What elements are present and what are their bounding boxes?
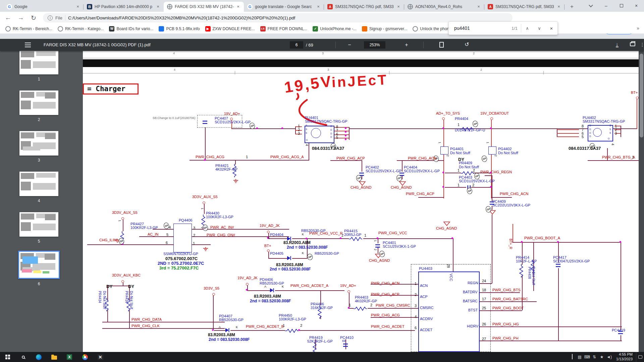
zoom-out-button[interactable]: −	[345, 41, 354, 49]
bookmark-unlockphone-me-[interactable]: ✓UnlockPhone.me -...	[313, 26, 357, 32]
bookmark-rk-termin-bereich-[interactable]: RK-Termin - Bereich...	[5, 26, 52, 32]
taskbar-clock[interactable]: 4:55 PM 1/13/2023	[616, 352, 633, 362]
thumbnail-page-6[interactable]	[18, 251, 60, 279]
tab-close-button[interactable]: ×	[235, 4, 241, 10]
thumbnail-page-5[interactable]	[19, 212, 58, 237]
tray-network-icon[interactable]: ★	[598, 355, 605, 359]
window-maximize-button[interactable]	[614, 0, 629, 11]
tab-close-button[interactable]: ×	[395, 4, 401, 10]
window-minimize-button[interactable]: –	[598, 0, 614, 11]
wire	[492, 215, 492, 283]
thumbnail-page-2[interactable]	[19, 90, 58, 115]
tab-title: Google	[14, 4, 75, 9]
bookmark-board-ids-for-vario-[interactable]: WBoard IDs for vario...	[109, 26, 153, 32]
tab-close-button[interactable]: ×	[155, 4, 161, 10]
taskbar-app-icon[interactable]: ✕	[93, 352, 108, 362]
tab-sm3317nsqac-trg-pdf-sm33[interactable]: ASM3317NSQAC-TRG pdf, SM33×	[324, 2, 404, 12]
tab-close-button[interactable]: ×	[75, 4, 81, 10]
new-tab-button[interactable]: +	[568, 3, 576, 11]
thumb-color-block	[22, 256, 38, 264]
tab-google[interactable]: GGoogle×	[3, 2, 84, 12]
bookmark-rk-termin-katego-[interactable]: RK-Termin - Katego...	[58, 26, 104, 32]
bookmark-free-for-downl-[interactable]: LSFREE FOR DOWNL...	[260, 26, 308, 32]
rotate-button[interactable]: ↺	[465, 41, 469, 48]
schematic-label: PU4403	[419, 267, 432, 271]
g-favicon: G	[247, 4, 253, 9]
bookmarks-overflow-button[interactable]: »	[637, 25, 639, 31]
find-next-button[interactable]: ∨	[533, 26, 545, 31]
tray-volume-icon[interactable]: ◄)	[605, 355, 613, 359]
junction-dot	[345, 138, 346, 140]
schematic-label: 2	[193, 234, 195, 238]
zoom-in-button[interactable]: +	[402, 41, 411, 49]
schematic-label: 19V_DCBATOUT	[480, 112, 509, 116]
pdf-more-button[interactable]: ⋮	[640, 42, 644, 47]
bookmark-zxw-dongle-free-[interactable]: ▶ZXW DONGLE FREE...	[205, 26, 255, 32]
taskbar-search-button[interactable]	[15, 352, 31, 362]
tab-aon7400a-rev4-0-rohs[interactable]: AON7400A_Rev4.0_Rohs×	[404, 2, 484, 12]
zoom-level[interactable]: 253%	[364, 41, 385, 49]
scrollbar[interactable]	[639, 51, 644, 352]
junction-dot	[246, 289, 248, 291]
tab-google-translate-google-searc[interactable]: Ggoogle translate - Google Searc×	[244, 2, 324, 12]
schematic-label: 1	[458, 169, 460, 173]
scrollbar-thumb[interactable]	[640, 54, 643, 137]
download-button[interactable]: ↓	[616, 41, 619, 47]
schematic-box	[440, 146, 448, 155]
reload-button[interactable]: ↻	[29, 14, 38, 22]
taskbar-edge-icon[interactable]	[31, 352, 46, 362]
wire	[557, 136, 579, 137]
thumbnail-page-4[interactable]	[19, 172, 58, 196]
tray-keyboard-icon[interactable]: ⌨	[583, 355, 591, 359]
window-close-button[interactable]: ×	[629, 0, 644, 11]
thumbnail-page-1[interactable]	[19, 50, 58, 74]
back-button[interactable]: ←	[3, 14, 13, 21]
tab-close-button[interactable]: ×	[315, 4, 321, 10]
tray-updown-icon[interactable]: ⇅	[591, 355, 598, 359]
schematic-label: PWR_CHG_VCC_R	[309, 232, 343, 236]
url-text[interactable]: C:/Users/User/Downloads/FAROE%20DIS%20X3…	[68, 15, 295, 20]
junction-dot	[298, 329, 300, 331]
taskbar-chrome-icon[interactable]	[77, 352, 93, 362]
start-button[interactable]	[0, 352, 15, 362]
schematic-label: 316KR2F-GP	[311, 306, 333, 310]
pdf-menu-icon[interactable]	[25, 43, 31, 47]
thumbnail-page-3[interactable]	[19, 131, 58, 156]
fit-page-button[interactable]	[439, 42, 444, 48]
hidden-icons-button[interactable]	[569, 355, 576, 359]
tab-close-button[interactable]: ×	[556, 4, 562, 10]
tab-sm3317nsqac-trg-pdf-sm33[interactable]: ASM3317NSQAC-TRG pdf, SM33×	[484, 2, 565, 12]
taskbar-explorer-icon[interactable]	[46, 352, 62, 362]
forward-button[interactable]: →	[16, 14, 25, 21]
action-center-button[interactable]	[636, 352, 644, 362]
schematic-label: CHG_AGND	[369, 259, 390, 263]
bookmark-signup-gsmserver-[interactable]: Signup - gsmserver...	[362, 26, 407, 32]
ground-symbol	[233, 178, 238, 184]
schematic-label: CHG_AGND	[391, 186, 412, 190]
thumb-color-block	[43, 271, 49, 274]
schematic-box	[389, 71, 389, 74]
wire	[480, 326, 622, 327]
page-number-input[interactable]: 6	[290, 41, 303, 49]
maximize-icon	[620, 4, 623, 7]
net-terminal	[267, 249, 270, 252]
address-bar[interactable]: i File C:/Users/User/Downloads/FAROE%20D…	[43, 13, 513, 22]
tab-search-button[interactable]	[583, 0, 598, 11]
schematic-label: PWR_CHG_ACG	[196, 155, 224, 159]
tab-faroe-dis-x32-mb-mv-18742-[interactable]: FAROE DIS X32 MB MV (18742-×	[164, 2, 244, 12]
capacitor-symbol	[343, 343, 348, 349]
tab-hp-pavilion-x360-14m-dh0000-p[interactable]: BHP Pavilion x360 14m-dh0000 p×	[84, 2, 164, 12]
find-close-button[interactable]: ×	[545, 25, 557, 31]
junction-dot	[442, 172, 444, 173]
taskbar-excel-icon[interactable]: X	[62, 352, 77, 362]
bookmark-pcb-9-5-1-9fix-info[interactable]: PCB 9.5.1-9fix.info	[159, 26, 200, 32]
page-info-icon[interactable]: i	[48, 15, 53, 20]
print-button[interactable]	[630, 42, 635, 46]
wire	[480, 341, 622, 341]
find-previous-button[interactable]: ∧	[521, 26, 533, 31]
find-query-input[interactable]: pu4401	[454, 25, 512, 31]
schematic-label: 1	[415, 282, 417, 286]
tab-close-button[interactable]: ×	[476, 4, 482, 10]
find-bar[interactable]: pu4401 1/1 ∧ ∨ ×	[448, 21, 558, 35]
tray-document-icon[interactable]: ▤	[576, 355, 583, 359]
